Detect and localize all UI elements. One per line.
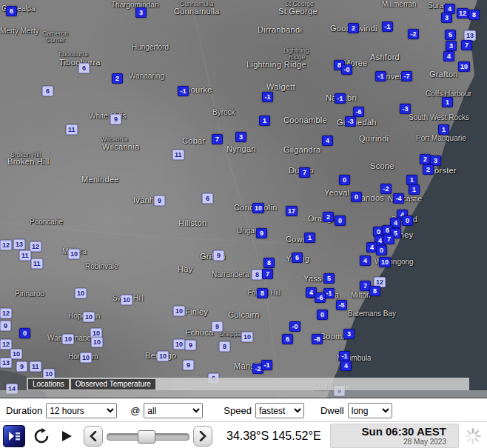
slider-handle[interactable] xyxy=(138,430,155,444)
map[interactable]: GidgealpaThargomindahCunnamullaCunnamull… xyxy=(0,0,487,398)
temp-marker[interactable]: 12 xyxy=(0,240,12,250)
duration-select[interactable]: 12 hours xyxy=(46,403,117,418)
temp-marker[interactable]: 3 xyxy=(343,329,355,339)
temp-marker[interactable]: -3 xyxy=(400,104,411,114)
at-select[interactable]: all xyxy=(144,403,203,418)
temp-marker[interactable]: 1 xyxy=(438,124,449,135)
legend-chip-locations[interactable]: Locations xyxy=(28,379,69,390)
temp-marker[interactable]: 9 xyxy=(212,321,223,332)
temp-marker[interactable]: 8 xyxy=(468,10,480,20)
temp-marker[interactable]: 6 xyxy=(6,6,17,16)
temp-marker[interactable]: 13 xyxy=(13,239,25,250)
temp-marker[interactable]: -1 xyxy=(261,360,272,370)
play-button[interactable] xyxy=(56,426,77,447)
temp-marker[interactable]: 1 xyxy=(259,116,270,126)
temp-marker[interactable]: 12 xyxy=(0,308,12,318)
temp-marker[interactable]: 10 xyxy=(75,288,87,298)
temp-marker[interactable]: 4 xyxy=(443,51,454,61)
temp-marker[interactable]: 11 xyxy=(19,250,31,261)
temp-marker[interactable]: 6 xyxy=(202,193,213,204)
temp-marker[interactable]: -1 xyxy=(335,93,346,104)
temp-marker[interactable]: 0 xyxy=(351,192,362,202)
timeline-slider[interactable] xyxy=(107,429,189,444)
temp-marker[interactable]: 1 xyxy=(442,97,453,107)
temp-marker[interactable]: -4 xyxy=(393,193,404,204)
temp-marker[interactable]: 10 xyxy=(379,257,391,267)
temp-marker[interactable]: 7 xyxy=(299,167,310,178)
temp-marker[interactable]: 9 xyxy=(16,361,27,372)
temp-marker[interactable]: 11 xyxy=(172,150,184,160)
temp-marker[interactable]: 3 xyxy=(441,13,452,23)
temp-marker[interactable]: 9 xyxy=(183,360,194,370)
temp-marker[interactable]: 4 xyxy=(322,136,333,146)
temp-marker[interactable]: 6 xyxy=(78,63,90,73)
temp-marker[interactable]: 3 xyxy=(446,41,457,51)
temp-marker[interactable]: -5 xyxy=(336,300,347,310)
temp-marker[interactable]: 10 xyxy=(252,203,264,213)
temp-marker[interactable]: 10 xyxy=(62,334,74,344)
temp-marker[interactable]: 8 xyxy=(219,341,230,352)
temp-marker[interactable]: 6 xyxy=(42,86,53,96)
temp-marker[interactable]: 13 xyxy=(464,30,476,41)
temp-marker[interactable]: 8 xyxy=(252,270,263,280)
temp-marker[interactable]: 9 xyxy=(0,321,11,331)
temp-marker[interactable]: 0 xyxy=(335,215,346,226)
temp-marker[interactable]: -8 xyxy=(312,334,323,344)
animation-menu-button[interactable] xyxy=(3,425,25,447)
temp-marker[interactable]: -0 xyxy=(289,321,300,332)
temp-marker[interactable]: -1 xyxy=(178,86,189,96)
temp-marker[interactable]: 2 xyxy=(323,212,334,222)
temp-marker[interactable]: 10 xyxy=(458,61,470,72)
temp-marker[interactable]: 11 xyxy=(30,361,41,372)
temp-marker[interactable]: -7 xyxy=(401,71,412,81)
temp-marker[interactable]: -2 xyxy=(408,29,419,39)
temp-marker[interactable]: 0 xyxy=(19,328,30,338)
temp-marker[interactable]: 1 xyxy=(406,175,417,185)
temp-marker[interactable]: 10 xyxy=(83,312,95,322)
temp-marker[interactable]: 8 xyxy=(369,286,380,296)
temp-marker[interactable]: 2 xyxy=(420,154,431,164)
temp-marker[interactable]: 12 xyxy=(30,241,41,252)
temp-marker[interactable]: 6 xyxy=(292,253,303,263)
temp-marker[interactable]: 1 xyxy=(409,184,420,195)
temp-marker[interactable]: 10 xyxy=(91,337,103,347)
temp-marker[interactable]: 12 xyxy=(457,8,468,19)
temp-marker[interactable]: 10 xyxy=(241,332,253,342)
temp-marker[interactable]: -1 xyxy=(339,351,350,361)
temp-marker[interactable]: 12 xyxy=(0,339,12,350)
temp-marker[interactable]: 7 xyxy=(262,269,273,279)
temp-marker[interactable]: -1 xyxy=(262,92,273,102)
temp-marker[interactable]: 10 xyxy=(10,349,22,359)
temp-marker[interactable]: 7 xyxy=(383,234,394,244)
temp-marker[interactable]: 5 xyxy=(323,273,335,284)
temp-marker[interactable]: 9 xyxy=(256,228,267,238)
legend-chip-observed-temperature[interactable]: Observed Temperature xyxy=(71,379,155,390)
temp-marker[interactable]: 10 xyxy=(80,352,92,363)
temp-marker[interactable]: 7 xyxy=(212,134,223,144)
speed-select[interactable]: fastest xyxy=(255,403,304,418)
temp-marker[interactable]: 11 xyxy=(66,124,78,135)
refresh-button[interactable] xyxy=(31,426,52,447)
temp-marker[interactable]: 4 xyxy=(340,361,352,371)
temp-marker[interactable]: 10 xyxy=(173,339,185,350)
temp-marker[interactable]: 10 xyxy=(157,351,169,361)
temp-marker[interactable]: -1 xyxy=(375,71,386,81)
temp-marker[interactable]: 13 xyxy=(0,358,12,368)
temp-marker[interactable]: 9 xyxy=(154,195,165,206)
temp-marker[interactable]: 11 xyxy=(31,258,43,269)
temp-marker[interactable]: 10 xyxy=(121,295,132,305)
temp-marker[interactable]: 9 xyxy=(110,114,121,124)
temp-marker[interactable]: 2 xyxy=(348,23,359,33)
temp-marker[interactable]: -2 xyxy=(380,184,392,194)
temp-marker[interactable]: 10 xyxy=(173,306,185,316)
temp-marker[interactable]: 0 xyxy=(376,245,387,255)
dwell-select[interactable]: long xyxy=(348,403,392,418)
temp-marker[interactable]: 0 xyxy=(402,215,413,226)
temp-marker[interactable]: -1 xyxy=(382,21,393,32)
temp-marker[interactable]: 0 xyxy=(339,175,350,185)
temp-marker[interactable]: 7 xyxy=(461,40,472,50)
temp-marker[interactable]: 6 xyxy=(282,334,293,344)
temp-marker[interactable]: 9 xyxy=(213,250,224,261)
temp-marker[interactable]: 2 xyxy=(423,164,434,175)
temp-marker[interactable]: 10 xyxy=(68,249,80,259)
